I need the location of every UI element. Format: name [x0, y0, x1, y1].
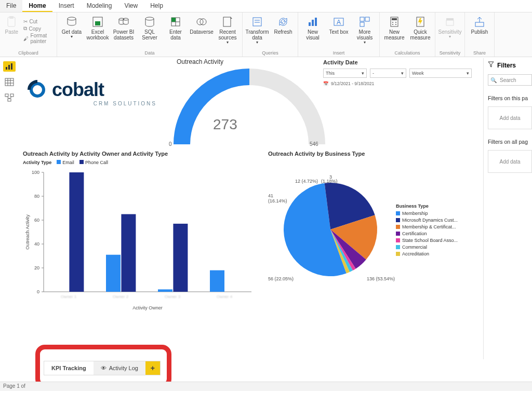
svg-point-27 — [395, 22, 396, 23]
copy-button[interactable]: ⧉Copy — [23, 25, 54, 32]
svg-rect-36 — [11, 63, 12, 70]
logo: cobalt CRM SOLUTIONS — [26, 79, 161, 106]
date-unit-select[interactable]: Week▾ — [409, 69, 472, 78]
gauge-max: 546 — [310, 141, 318, 147]
publish-icon — [473, 16, 486, 28]
filters-on-all-label: Filters on all pag — [488, 139, 532, 145]
pie-chart[interactable]: Business Type MembershipMicrosoft Dynami… — [268, 167, 478, 313]
dataverse-button[interactable]: Dataverse — [190, 13, 213, 49]
bar-chart-title: Outreach Activity by Activity Owner and … — [23, 151, 168, 157]
more-visuals-icon — [358, 16, 371, 28]
svg-point-28 — [392, 24, 393, 25]
date-period-select[interactable]: This▾ — [323, 69, 367, 78]
excel-button[interactable]: Excel workbook — [86, 13, 109, 49]
refresh-button[interactable]: Refresh — [272, 13, 295, 49]
textbox-icon: A — [332, 16, 345, 28]
tab-kpi-tracking[interactable]: KPI Tracking — [44, 361, 94, 375]
data-view-button[interactable] — [3, 77, 16, 87]
date-range: 📅 9/12/2021 - 9/18/2021 — [323, 81, 374, 86]
svg-rect-67 — [158, 289, 172, 292]
date-slicer-title: Activity Date — [323, 59, 358, 65]
group-label: Calculations — [383, 49, 432, 57]
menu-modeling[interactable]: Modeling — [81, 0, 118, 12]
hidden-icon: 👁 — [101, 365, 107, 371]
svg-text:60: 60 — [34, 218, 39, 223]
svg-rect-42 — [5, 94, 8, 97]
svg-rect-70 — [210, 270, 224, 292]
add-page-button[interactable]: + — [145, 361, 160, 375]
transform-icon — [251, 16, 263, 28]
gauge-chart[interactable] — [166, 66, 332, 150]
sensitivity-button[interactable]: Sensitivity▾ — [438, 13, 461, 49]
brush-icon: 🖌 — [23, 36, 29, 42]
svg-rect-18 — [315, 18, 317, 26]
menu-file[interactable]: File — [0, 0, 22, 12]
svg-rect-65 — [121, 214, 136, 292]
recent-icon — [221, 16, 234, 28]
sql-server-button[interactable]: SQL Server — [138, 13, 161, 49]
chevron-down-icon: ▾ — [401, 71, 404, 76]
svg-rect-34 — [6, 67, 7, 70]
text-box-button[interactable]: AText box — [327, 13, 350, 49]
svg-point-26 — [392, 22, 393, 23]
database-icon — [65, 16, 78, 28]
group-label: Data — [60, 49, 239, 57]
quick-measure-button[interactable]: Quick measure — [409, 13, 432, 49]
menu-home[interactable]: Home — [22, 0, 52, 12]
refresh-icon — [277, 16, 289, 28]
paste-icon — [5, 16, 18, 28]
svg-rect-68 — [173, 224, 188, 292]
menu-bar: File Home Insert Modeling View Help — [0, 0, 532, 12]
get-data-button[interactable]: Get data▾ — [60, 13, 83, 49]
calendar-icon: 📅 — [323, 81, 329, 86]
enter-data-button[interactable]: Enter data — [164, 13, 187, 49]
tab-activity-log[interactable]: 👁Activity Log — [94, 361, 145, 375]
svg-text:Owner 2: Owner 2 — [113, 294, 129, 299]
add-filter-page[interactable]: Add data — [488, 106, 532, 129]
format-painter-button[interactable]: 🖌Format painter — [23, 33, 54, 44]
model-view-button[interactable] — [3, 92, 16, 103]
menu-view[interactable]: View — [118, 0, 144, 12]
bar-chart[interactable]: 020406080100Outreach ActivityOwner 1Owne… — [23, 167, 262, 313]
paste-button[interactable]: Paste — [3, 13, 20, 49]
add-filter-all[interactable]: Add data — [488, 150, 532, 173]
svg-rect-62 — [69, 172, 84, 292]
svg-rect-25 — [392, 18, 397, 20]
svg-point-7 — [145, 17, 154, 20]
transform-data-button[interactable]: Transform data▾ — [246, 13, 269, 49]
sql-icon — [143, 16, 156, 28]
menu-insert[interactable]: Insert — [52, 0, 81, 12]
gauge-min: 0 — [169, 141, 172, 147]
menu-help[interactable]: Help — [144, 0, 169, 12]
search-icon: 🔍 — [490, 77, 497, 83]
publish-button[interactable]: Publish — [468, 13, 491, 49]
filter-icon — [488, 61, 494, 69]
recent-sources-button[interactable]: Recent sources▾ — [216, 13, 239, 49]
report-canvas[interactable]: cobalt CRM SOLUTIONS Outreach Activity 2… — [21, 58, 480, 349]
logo-icon — [26, 79, 49, 100]
svg-point-29 — [395, 24, 396, 25]
filter-search-input[interactable]: 🔍Search — [488, 74, 532, 86]
date-offset-select[interactable]: -▾ — [370, 69, 406, 78]
excel-icon — [91, 16, 104, 28]
quick-measure-icon — [414, 16, 427, 28]
svg-rect-17 — [312, 20, 314, 26]
svg-rect-21 — [360, 17, 364, 21]
cut-button[interactable]: ✂Cut — [23, 19, 54, 24]
more-visuals-button[interactable]: More visuals▾ — [353, 13, 376, 49]
report-view-button[interactable] — [3, 61, 16, 72]
svg-rect-22 — [365, 17, 369, 21]
powerbi-datasets-button[interactable]: Power BI datasets — [112, 13, 135, 49]
svg-rect-35 — [8, 65, 10, 70]
new-visual-button[interactable]: New visual — [301, 13, 324, 49]
svg-rect-33 — [475, 22, 484, 26]
new-measure-button[interactable]: New measure — [383, 13, 406, 49]
svg-point-2 — [68, 17, 76, 20]
svg-rect-37 — [5, 78, 14, 86]
copy-icon: ⧉ — [23, 25, 27, 32]
svg-rect-15 — [253, 18, 261, 26]
svg-text:Owner 4: Owner 4 — [217, 294, 233, 299]
scissors-icon: ✂ — [23, 19, 28, 24]
svg-rect-23 — [360, 22, 364, 26]
svg-rect-64 — [106, 255, 121, 292]
